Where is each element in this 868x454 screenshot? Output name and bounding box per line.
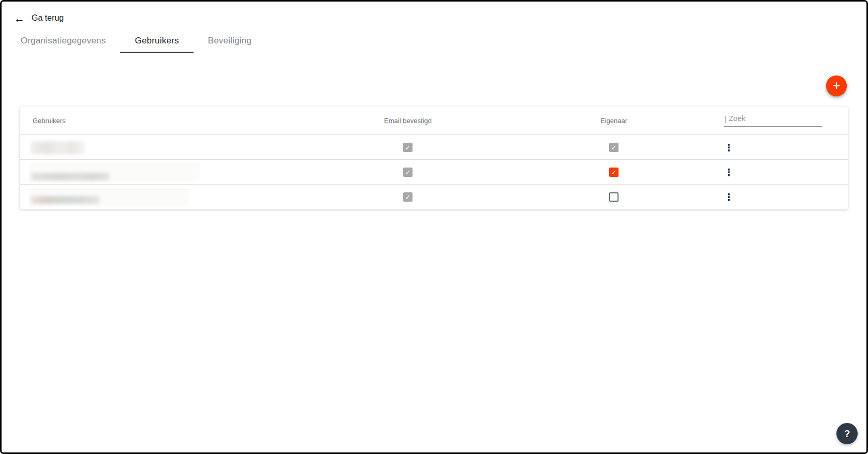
check-icon: ✓ xyxy=(405,169,411,176)
check-icon: ✓ xyxy=(611,169,617,176)
search-field-wrap: | xyxy=(724,112,822,128)
tab-label: Beveiliging xyxy=(208,36,252,46)
redacted-user-name xyxy=(31,196,99,204)
table-header-row: Gebruikers Email bevestigd Eigenaar | xyxy=(20,107,848,135)
back-label: Ga terug xyxy=(32,13,64,23)
tab-organisatiegegevens[interactable]: Organisatiegegevens xyxy=(6,28,120,53)
user-name-cell xyxy=(31,135,85,160)
owner-checkbox[interactable]: ✓ xyxy=(609,143,619,152)
back-button[interactable]: ← Ga terug xyxy=(14,11,64,25)
owner-cell: ✓ xyxy=(562,160,666,185)
check-icon: ✓ xyxy=(611,144,617,151)
owner-checkbox[interactable]: ✓ xyxy=(609,192,619,202)
tab-bar: Organisatiegegevens Gebruikers Beveiligi… xyxy=(2,28,866,53)
plus-icon: + xyxy=(832,79,840,92)
search-input[interactable] xyxy=(724,112,822,127)
email-confirmed-cell: ✓ xyxy=(330,135,486,160)
question-mark-icon: ? xyxy=(844,428,850,440)
row-menu-button[interactable]: ⋮ xyxy=(720,190,738,204)
row-actions-cell: ⋮ xyxy=(716,160,742,185)
email-confirmed-checkbox[interactable]: ✓ xyxy=(403,143,413,152)
redacted-user-name xyxy=(31,173,110,180)
app-window: ← Ga terug Organisatiegegevens Gebruiker… xyxy=(0,0,868,454)
column-header-email-confirmed: Email bevestigd xyxy=(330,107,486,135)
row-menu-button[interactable]: ⋮ xyxy=(720,165,738,179)
help-button[interactable]: ? xyxy=(836,423,858,444)
email-confirmed-checkbox[interactable]: ✓ xyxy=(403,192,413,202)
back-arrow-icon: ← xyxy=(14,13,25,24)
column-header-users: Gebruikers xyxy=(33,107,66,135)
user-name-cell xyxy=(31,160,110,185)
tab-gebruikers[interactable]: Gebruikers xyxy=(120,28,193,53)
tab-label: Organisatiegegevens xyxy=(21,36,106,46)
table-row: ✓ ✓ ⋮ xyxy=(20,135,848,160)
tab-label: Gebruikers xyxy=(135,36,179,46)
add-user-button[interactable]: + xyxy=(826,75,847,96)
email-confirmed-cell: ✓ xyxy=(330,185,486,209)
table-row: ✓ ✓ ⋮ xyxy=(20,160,848,185)
tab-beveiliging[interactable]: Beveiliging xyxy=(194,28,266,53)
email-confirmed-cell: ✓ xyxy=(330,160,486,185)
column-header-owner: Eigenaar xyxy=(562,107,666,135)
email-confirmed-checkbox[interactable]: ✓ xyxy=(403,168,413,177)
redacted-user-name xyxy=(31,141,85,154)
users-table: Gebruikers Email bevestigd Eigenaar | ✓ … xyxy=(20,107,848,209)
check-icon: ✓ xyxy=(405,144,411,151)
table-row: ✓ ✓ ⋮ xyxy=(20,185,848,209)
row-menu-button[interactable]: ⋮ xyxy=(720,141,738,155)
owner-cell: ✓ xyxy=(562,185,666,209)
row-actions-cell: ⋮ xyxy=(716,185,742,209)
check-icon: ✓ xyxy=(405,194,411,201)
owner-checkbox[interactable]: ✓ xyxy=(609,168,619,177)
user-name-cell xyxy=(31,185,99,209)
owner-cell: ✓ xyxy=(562,135,666,160)
row-actions-cell: ⋮ xyxy=(716,135,742,160)
